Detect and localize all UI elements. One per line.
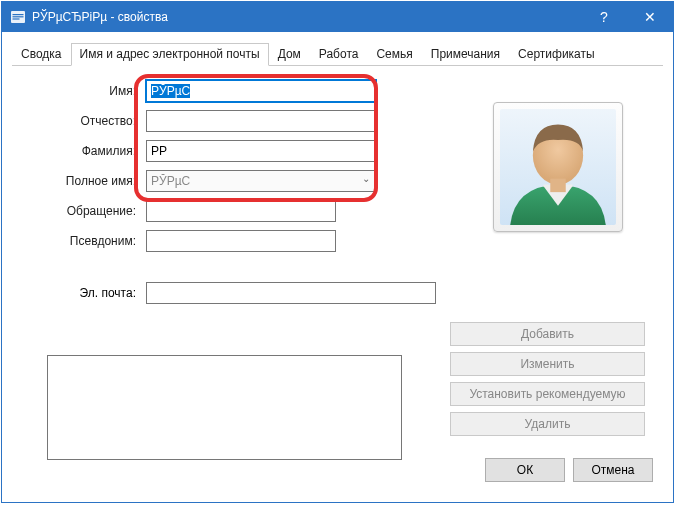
help-button[interactable]: ?	[581, 2, 627, 32]
app-icon	[10, 9, 26, 25]
svg-rect-1	[13, 14, 24, 15]
avatar-frame[interactable]	[493, 102, 623, 232]
properties-dialog: РЎРµСЂРіРµ - свойства ? ✕ Сводка Имя и а…	[1, 1, 674, 503]
tab-work[interactable]: Работа	[310, 43, 368, 66]
middle-input[interactable]	[146, 110, 376, 132]
surname-label: Фамилия:	[26, 144, 136, 158]
svg-rect-3	[13, 18, 20, 19]
dialog-content: Сводка Имя и адрес электронной почты Дом…	[12, 42, 663, 492]
email-buttons: Добавить Изменить Установить рекомендуем…	[450, 322, 645, 436]
email-input[interactable]	[146, 282, 436, 304]
tab-family[interactable]: Семья	[367, 43, 421, 66]
add-button[interactable]: Добавить	[450, 322, 645, 346]
email-label: Эл. почта:	[26, 286, 136, 300]
middle-label: Отчество:	[26, 114, 136, 128]
fullname-combo[interactable]: ⌄	[146, 170, 376, 192]
tab-summary[interactable]: Сводка	[12, 43, 71, 66]
avatar-placeholder-icon	[500, 109, 616, 225]
dialog-footer: ОК Отмена	[485, 458, 653, 482]
ok-button[interactable]: ОК	[485, 458, 565, 482]
close-button[interactable]: ✕	[627, 2, 673, 32]
email-row: Эл. почта:	[26, 282, 649, 304]
window-title: РЎРµСЂРіРµ - свойства	[32, 10, 581, 24]
nickname-label: Псевдоним:	[26, 234, 136, 248]
tab-notes[interactable]: Примечания	[422, 43, 509, 66]
nickname-input[interactable]	[146, 230, 336, 252]
edit-button[interactable]: Изменить	[450, 352, 645, 376]
tab-certs[interactable]: Сертификаты	[509, 43, 604, 66]
tab-home[interactable]: Дом	[269, 43, 310, 66]
name-input-selection: РЎРµС	[151, 84, 190, 98]
svg-rect-2	[13, 16, 24, 17]
fullname-input[interactable]	[146, 170, 376, 192]
delete-button[interactable]: Удалить	[450, 412, 645, 436]
salutation-input[interactable]	[146, 200, 336, 222]
name-label: Имя:	[26, 84, 136, 98]
tab-name-email[interactable]: Имя и адрес электронной почты	[71, 43, 269, 66]
tab-strip: Сводка Имя и адрес электронной почты Дом…	[12, 42, 663, 66]
svg-rect-5	[550, 179, 565, 193]
salutation-label: Обращение:	[26, 204, 136, 218]
titlebar: РЎРµСЂРіРµ - свойства ? ✕	[2, 2, 673, 32]
setdefault-button[interactable]: Установить рекомендуемую	[450, 382, 645, 406]
fullname-label: Полное имя:	[26, 174, 136, 188]
cancel-button[interactable]: Отмена	[573, 458, 653, 482]
surname-input[interactable]	[146, 140, 376, 162]
name-input[interactable]: РЎРµС	[146, 80, 376, 102]
email-listbox[interactable]	[47, 355, 402, 460]
